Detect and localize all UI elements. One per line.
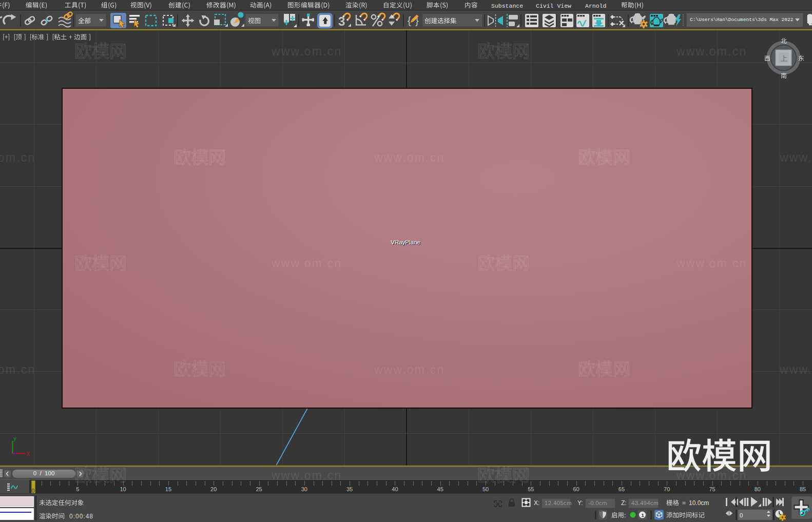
svg-text:Civil View: Civil View <box>536 3 571 9</box>
svg-text:Substance: Substance <box>491 3 523 9</box>
svg-text:Arnold: Arnold <box>585 3 606 9</box>
